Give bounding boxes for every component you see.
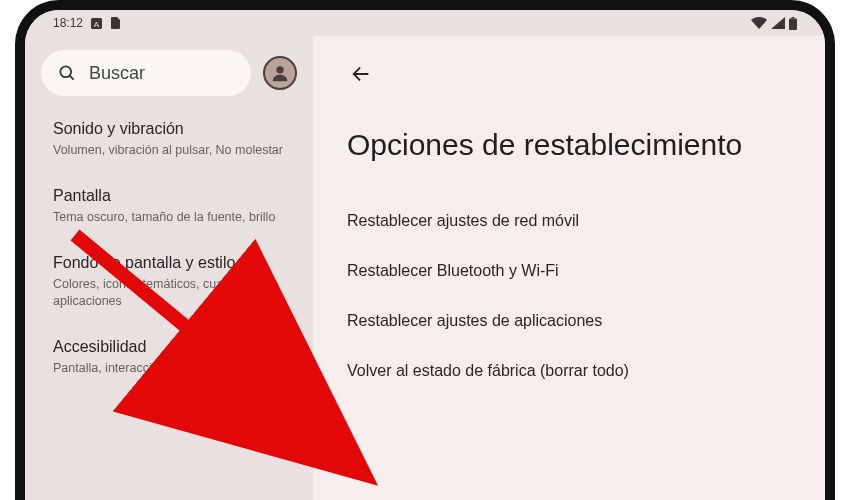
sidebar-item-sub: Pantalla, interacción, audio — [53, 360, 285, 377]
back-row — [347, 56, 791, 92]
back-button[interactable] — [347, 60, 375, 88]
sidebar-item-title: Pantalla — [53, 187, 285, 205]
sdcard-icon — [110, 17, 120, 29]
signal-icon — [771, 17, 785, 29]
device-frame: 18:12 A — [15, 0, 835, 500]
status-bar-right — [751, 17, 797, 30]
reset-options-list: Restablecer ajustes de red móvil Restabl… — [347, 196, 791, 396]
search-icon — [57, 63, 77, 83]
sidebar-item-accessibility[interactable]: Accesibilidad Pantalla, interacción, aud… — [41, 324, 297, 391]
factory-reset[interactable]: Volver al estado de fábrica (borrar todo… — [347, 346, 791, 396]
search-placeholder: Buscar — [89, 63, 145, 84]
person-icon — [269, 62, 291, 84]
screen: 18:12 A — [25, 10, 825, 500]
page-title: Opciones de restablecimiento — [347, 126, 791, 164]
wifi-icon — [751, 17, 767, 29]
svg-point-6 — [276, 66, 283, 73]
sidebar-item-sound[interactable]: Sonido y vibración Volumen, vibración al… — [41, 106, 297, 173]
sidebar-item-sub: Volumen, vibración al pulsar, No molesta… — [53, 142, 285, 159]
sidebar: Buscar Sonido y vibración Volumen, vibra… — [25, 36, 313, 500]
sidebar-item-title: Sonido y vibración — [53, 120, 285, 138]
search-row: Buscar — [41, 50, 297, 96]
svg-rect-2 — [792, 17, 795, 19]
svg-point-4 — [60, 66, 71, 77]
reset-bluetooth-wifi[interactable]: Restablecer Bluetooth y Wi-Fi — [347, 246, 791, 296]
sidebar-item-sub: Tema oscuro, tamaño de la fuente, brillo — [53, 209, 285, 226]
sidebar-item-title: Accesibilidad — [53, 338, 285, 356]
reset-mobile-network[interactable]: Restablecer ajustes de red móvil — [347, 196, 791, 246]
content: Buscar Sonido y vibración Volumen, vibra… — [25, 36, 825, 500]
profile-button[interactable] — [263, 56, 297, 90]
status-bar-left: 18:12 A — [53, 16, 120, 30]
status-bar: 18:12 A — [25, 10, 825, 36]
main-panel: Opciones de restablecimiento Restablecer… — [313, 36, 825, 500]
svg-text:A: A — [94, 19, 100, 28]
arrow-left-icon — [350, 63, 372, 85]
sidebar-list[interactable]: Sonido y vibración Volumen, vibración al… — [37, 106, 301, 500]
reset-app-preferences[interactable]: Restablecer ajustes de aplicaciones — [347, 296, 791, 346]
search-input[interactable]: Buscar — [41, 50, 251, 96]
sidebar-item-sub: Colores, iconos temáticos, cuadrícula de… — [53, 276, 285, 310]
svg-line-5 — [70, 76, 74, 80]
status-time: 18:12 — [53, 16, 83, 30]
sidebar-item-title: Fondo de pantalla y estilo — [53, 254, 285, 272]
sidebar-item-wallpaper[interactable]: Fondo de pantalla y estilo Colores, icon… — [41, 240, 297, 324]
svg-rect-3 — [789, 18, 797, 30]
sidebar-item-display[interactable]: Pantalla Tema oscuro, tamaño de la fuent… — [41, 173, 297, 240]
battery-icon — [789, 17, 797, 30]
badge-a-icon: A — [91, 18, 102, 29]
